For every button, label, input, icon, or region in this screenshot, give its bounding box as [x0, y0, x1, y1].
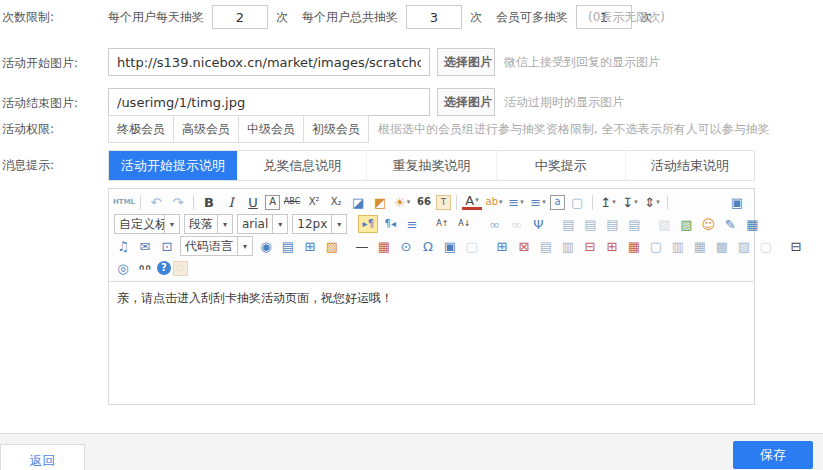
chevron-down-icon[interactable]: ▾ [272, 215, 287, 233]
insert-table-icon[interactable]: ⊞ [492, 237, 512, 255]
paste-icon[interactable]: ▢ [173, 261, 188, 276]
unlink-icon[interactable]: ∞ [506, 215, 526, 233]
anchor-name-icon[interactable]: a [550, 195, 565, 210]
anchor-icon[interactable]: Ψ [528, 215, 548, 233]
insert-row-title-icon[interactable]: ▤ [536, 237, 556, 255]
delete-row-icon[interactable]: ▦ [624, 237, 644, 255]
search-replace-icon[interactable]: ∩∩ [135, 259, 155, 277]
insert-row-icon[interactable]: ⊟ [580, 237, 600, 255]
message-tab[interactable]: 中奖提示 [497, 151, 626, 180]
highlight-color-icon[interactable]: ab▾ [484, 193, 504, 211]
chevron-down-icon[interactable]: ▾ [634, 199, 638, 206]
doc-faded2-icon[interactable]: ▢ [756, 237, 776, 255]
font-family-select[interactable]: arial▾ [237, 214, 288, 234]
line-height-icon[interactable]: ⇕▾ [642, 193, 662, 211]
save-button[interactable]: 保存 [733, 441, 813, 469]
subscript-icon[interactable]: X₂ [326, 193, 346, 211]
first-line-indent-icon[interactable]: ≡ [402, 215, 422, 233]
doc-faded-icon[interactable]: ▢ [462, 237, 482, 255]
preview-icon[interactable]: ◎ [113, 259, 133, 277]
fullscreen-icon[interactable]: ▣ [727, 193, 747, 211]
doc-convert-icon[interactable]: ▣ [440, 237, 460, 255]
member-option[interactable]: 初级会员 [304, 116, 368, 142]
limit-count-input[interactable] [406, 5, 462, 29]
attachment-icon[interactable]: ✉ [135, 237, 155, 255]
chevron-down-icon[interactable]: ▾ [475, 197, 479, 204]
scrawl-icon[interactable]: ✎ [720, 215, 740, 233]
redo-icon[interactable]: ↷ [168, 193, 188, 211]
undo-icon[interactable]: ↶ [146, 193, 166, 211]
time-icon[interactable]: ⊙ [396, 237, 416, 255]
chevron-down-icon[interactable]: ▾ [499, 199, 503, 206]
map-icon[interactable]: ◉ [256, 237, 276, 255]
chevron-down-icon[interactable]: ▾ [612, 199, 616, 206]
custom-title-select[interactable]: 自定义标题▾ [114, 214, 180, 234]
font-size-up-icon[interactable]: A↑ [432, 215, 452, 233]
italic-icon[interactable]: I [221, 193, 241, 211]
link-icon[interactable]: ∞ [484, 215, 504, 233]
spreadsheet-icon[interactable]: ⊞ [300, 237, 320, 255]
html-source-icon[interactable]: HTML [113, 193, 135, 211]
chevron-down-icon[interactable]: ▾ [656, 199, 660, 206]
member-option[interactable]: 终极会员 [109, 116, 174, 142]
rtl-paragraph-icon[interactable]: ¶◂ [380, 215, 400, 233]
chevron-down-icon[interactable]: ▾ [217, 215, 232, 233]
superscript-icon[interactable]: X² [304, 193, 324, 211]
end-image-pick-button[interactable]: 选择图片 [437, 88, 495, 116]
end-image-url-input[interactable] [108, 88, 430, 116]
back-button[interactable]: 返回 [0, 444, 85, 470]
date-icon[interactable]: ▦ [374, 237, 394, 255]
align-center-icon[interactable]: ▤ [580, 215, 600, 233]
blank-doc-icon[interactable]: ▢ [567, 193, 587, 211]
horizontal-rule-icon[interactable]: — [352, 237, 372, 255]
snapshot-icon[interactable]: ▨ [322, 237, 342, 255]
insert-image-icon[interactable]: ▧ [676, 215, 696, 233]
delete-table-icon[interactable]: ⊠ [514, 237, 534, 255]
member-option[interactable]: 中级会员 [239, 116, 304, 142]
insert-col-title-icon[interactable]: ▥ [558, 237, 578, 255]
page-sort-icon[interactable]: ▤ [278, 237, 298, 255]
format-painter-icon[interactable]: ◩ [370, 193, 390, 211]
chevron-down-icon[interactable]: ▾ [520, 199, 524, 206]
merge-cells-icon[interactable]: ▢ [646, 237, 666, 255]
table-bg-icon[interactable]: ▨ [734, 237, 754, 255]
message-tab[interactable]: 兑奖信息说明 [238, 151, 367, 180]
video-icon[interactable]: ▦ [742, 215, 762, 233]
chevron-down-icon[interactable]: ▾ [542, 199, 546, 206]
underline-icon[interactable]: U [243, 193, 263, 211]
align-right-icon[interactable]: ▤ [602, 215, 622, 233]
editor-content[interactable]: 亲，请点击进入刮刮卡抽奖活动页面，祝您好运哦！ [109, 282, 754, 315]
start-image-url-input[interactable] [108, 48, 430, 76]
message-tab[interactable]: 活动开始提示说明 [109, 151, 238, 180]
auto-typeset-icon[interactable]: ☀▾ [392, 193, 412, 211]
limit-count-input[interactable] [212, 5, 268, 29]
format-eraser-icon[interactable]: ◪ [348, 193, 368, 211]
margin-bottom-icon[interactable]: ↧▾ [620, 193, 640, 211]
blockquote-icon[interactable]: 66 [414, 193, 434, 211]
table-border-icon[interactable]: ▩ [712, 237, 732, 255]
unordered-list-icon[interactable]: ≡▾ [528, 193, 548, 211]
message-tab[interactable]: 活动结束说明 [626, 151, 754, 180]
average-cells-icon[interactable]: ▦ [690, 237, 710, 255]
align-justify-icon[interactable]: ▤ [624, 215, 644, 233]
special-char-icon[interactable]: Ω [418, 237, 438, 255]
chevron-down-icon[interactable]: ▾ [237, 237, 252, 255]
music-icon[interactable]: ♫ [113, 237, 133, 255]
paragraph-select[interactable]: 段落▾ [184, 214, 233, 234]
image-icon[interactable]: ▧ [654, 215, 674, 233]
help-icon[interactable]: ? [157, 261, 171, 275]
code-language-select[interactable]: 代码语言▾ [180, 236, 253, 256]
split-cells-icon[interactable]: ▥ [668, 237, 688, 255]
ordered-list-icon[interactable]: ≡▾ [506, 193, 526, 211]
insert-col-icon[interactable]: ⊞ [602, 237, 622, 255]
font-size-select[interactable]: 12px▾ [292, 214, 347, 234]
message-tab[interactable]: 重复抽奖说明 [367, 151, 496, 180]
member-option[interactable]: 高级会员 [174, 116, 239, 142]
strikethrough-icon[interactable]: ABC [282, 193, 302, 211]
ltr-paragraph-icon[interactable]: ▸¶ [358, 215, 378, 233]
border-text-icon[interactable]: A [265, 195, 280, 210]
chevron-down-icon[interactable]: ▾ [164, 215, 179, 233]
bold-icon[interactable]: B [199, 193, 219, 211]
margin-top-icon[interactable]: ↥▾ [598, 193, 618, 211]
print-icon[interactable]: ⊟ [786, 237, 806, 255]
